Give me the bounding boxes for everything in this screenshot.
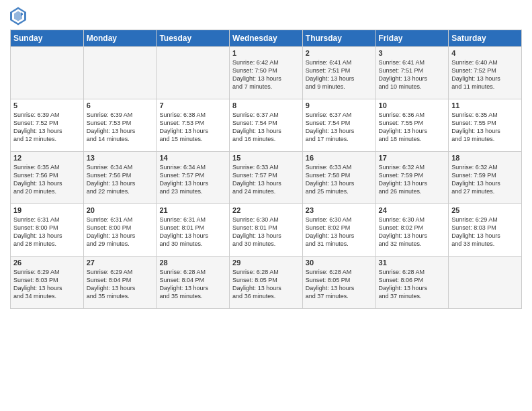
cell-info: Sunrise: 6:31 AM Sunset: 8:01 PM Dayligh… <box>159 216 226 248</box>
header-cell-tuesday: Tuesday <box>157 30 230 47</box>
calendar-cell: 6Sunrise: 6:39 AM Sunset: 7:53 PM Daylig… <box>83 99 157 152</box>
calendar-cell: 25Sunrise: 6:29 AM Sunset: 8:03 PM Dayli… <box>449 204 522 257</box>
calendar-cell: 17Sunrise: 6:32 AM Sunset: 7:59 PM Dayli… <box>375 152 449 204</box>
cell-info: Sunrise: 6:30 AM Sunset: 8:01 PM Dayligh… <box>232 216 300 248</box>
cell-info: Sunrise: 6:34 AM Sunset: 7:57 PM Dayligh… <box>159 163 226 196</box>
calendar-table: SundayMondayTuesdayWednesdayThursdayFrid… <box>10 30 522 309</box>
calendar-cell <box>11 47 84 99</box>
cell-info: Sunrise: 6:30 AM Sunset: 8:02 PM Dayligh… <box>306 216 373 248</box>
cell-info: Sunrise: 6:35 AM Sunset: 7:55 PM Dayligh… <box>451 111 519 144</box>
day-number: 21 <box>159 206 226 214</box>
calendar-cell: 27Sunrise: 6:29 AM Sunset: 8:04 PM Dayli… <box>83 257 157 309</box>
calendar-cell: 22Sunrise: 6:30 AM Sunset: 8:01 PM Dayli… <box>230 204 303 257</box>
day-number: 6 <box>87 101 154 109</box>
logo-icon <box>10 7 26 26</box>
calendar-cell: 4Sunrise: 6:40 AM Sunset: 7:52 PM Daylig… <box>449 47 522 99</box>
header-cell-wednesday: Wednesday <box>230 30 303 47</box>
day-number: 25 <box>451 206 519 214</box>
cell-info: Sunrise: 6:28 AM Sunset: 8:05 PM Dayligh… <box>232 268 300 301</box>
cell-info: Sunrise: 6:28 AM Sunset: 8:04 PM Dayligh… <box>159 268 226 301</box>
calendar-cell: 26Sunrise: 6:29 AM Sunset: 8:03 PM Dayli… <box>11 257 84 309</box>
day-number: 15 <box>232 154 300 162</box>
calendar-cell <box>157 47 230 99</box>
cell-info: Sunrise: 6:39 AM Sunset: 7:52 PM Dayligh… <box>13 111 81 144</box>
day-number: 9 <box>306 101 373 109</box>
cell-info: Sunrise: 6:30 AM Sunset: 8:02 PM Dayligh… <box>379 216 446 248</box>
day-number: 2 <box>306 49 373 57</box>
header-cell-friday: Friday <box>375 30 449 47</box>
cell-info: Sunrise: 6:29 AM Sunset: 8:03 PM Dayligh… <box>451 216 519 248</box>
calendar-cell: 23Sunrise: 6:30 AM Sunset: 8:02 PM Dayli… <box>302 204 375 257</box>
day-number: 10 <box>379 101 446 109</box>
calendar-cell: 1Sunrise: 6:42 AM Sunset: 7:50 PM Daylig… <box>230 47 303 99</box>
day-number: 5 <box>13 101 81 109</box>
day-number: 16 <box>306 154 373 162</box>
cell-info: Sunrise: 6:39 AM Sunset: 7:53 PM Dayligh… <box>87 111 154 144</box>
calendar-cell: 15Sunrise: 6:33 AM Sunset: 7:57 PM Dayli… <box>230 152 303 204</box>
calendar-cell: 2Sunrise: 6:41 AM Sunset: 7:51 PM Daylig… <box>302 47 375 99</box>
cell-info: Sunrise: 6:35 AM Sunset: 7:56 PM Dayligh… <box>13 163 81 196</box>
cell-info: Sunrise: 6:37 AM Sunset: 7:54 PM Dayligh… <box>306 111 373 144</box>
header-cell-monday: Monday <box>83 30 157 47</box>
calendar-cell: 29Sunrise: 6:28 AM Sunset: 8:05 PM Dayli… <box>230 257 303 309</box>
calendar-cell <box>449 257 522 309</box>
header-cell-sunday: Sunday <box>11 30 84 47</box>
calendar-cell: 11Sunrise: 6:35 AM Sunset: 7:55 PM Dayli… <box>449 99 522 152</box>
day-number: 1 <box>232 49 300 57</box>
cell-info: Sunrise: 6:29 AM Sunset: 8:04 PM Dayligh… <box>87 268 154 301</box>
week-row-3: 12Sunrise: 6:35 AM Sunset: 7:56 PM Dayli… <box>11 152 522 204</box>
day-number: 18 <box>451 154 519 162</box>
day-number: 8 <box>232 101 300 109</box>
day-number: 11 <box>451 101 519 109</box>
day-number: 29 <box>232 259 300 267</box>
calendar-cell: 12Sunrise: 6:35 AM Sunset: 7:56 PM Dayli… <box>11 152 84 204</box>
day-number: 4 <box>451 49 519 57</box>
cell-info: Sunrise: 6:40 AM Sunset: 7:52 PM Dayligh… <box>451 58 519 91</box>
calendar-page: SundayMondayTuesdayWednesdayThursdayFrid… <box>0 0 532 411</box>
week-row-2: 5Sunrise: 6:39 AM Sunset: 7:52 PM Daylig… <box>11 99 522 152</box>
week-row-4: 19Sunrise: 6:31 AM Sunset: 8:00 PM Dayli… <box>11 204 522 257</box>
day-number: 17 <box>379 154 446 162</box>
day-number: 30 <box>306 259 373 267</box>
day-number: 22 <box>232 206 300 214</box>
day-number: 20 <box>87 206 154 214</box>
cell-info: Sunrise: 6:34 AM Sunset: 7:56 PM Dayligh… <box>87 163 154 196</box>
calendar-cell: 9Sunrise: 6:37 AM Sunset: 7:54 PM Daylig… <box>302 99 375 152</box>
week-row-1: 1Sunrise: 6:42 AM Sunset: 7:50 PM Daylig… <box>11 47 522 99</box>
day-number: 3 <box>379 49 446 57</box>
cell-info: Sunrise: 6:29 AM Sunset: 8:03 PM Dayligh… <box>13 268 81 301</box>
calendar-cell: 31Sunrise: 6:28 AM Sunset: 8:06 PM Dayli… <box>375 257 449 309</box>
calendar-cell: 13Sunrise: 6:34 AM Sunset: 7:56 PM Dayli… <box>83 152 157 204</box>
day-number: 26 <box>13 259 81 267</box>
calendar-cell: 3Sunrise: 6:41 AM Sunset: 7:51 PM Daylig… <box>375 47 449 99</box>
calendar-cell: 5Sunrise: 6:39 AM Sunset: 7:52 PM Daylig… <box>11 99 84 152</box>
cell-info: Sunrise: 6:32 AM Sunset: 7:59 PM Dayligh… <box>379 163 446 196</box>
day-number: 12 <box>13 154 81 162</box>
calendar-cell: 14Sunrise: 6:34 AM Sunset: 7:57 PM Dayli… <box>157 152 230 204</box>
calendar-cell: 7Sunrise: 6:38 AM Sunset: 7:53 PM Daylig… <box>157 99 230 152</box>
cell-info: Sunrise: 6:36 AM Sunset: 7:55 PM Dayligh… <box>379 111 446 144</box>
cell-info: Sunrise: 6:28 AM Sunset: 8:06 PM Dayligh… <box>379 268 446 301</box>
cell-info: Sunrise: 6:41 AM Sunset: 7:51 PM Dayligh… <box>306 58 373 91</box>
calendar-cell: 24Sunrise: 6:30 AM Sunset: 8:02 PM Dayli… <box>375 204 449 257</box>
calendar-cell: 28Sunrise: 6:28 AM Sunset: 8:04 PM Dayli… <box>157 257 230 309</box>
day-number: 31 <box>379 259 446 267</box>
header-cell-thursday: Thursday <box>302 30 375 47</box>
cell-info: Sunrise: 6:38 AM Sunset: 7:53 PM Dayligh… <box>159 111 226 144</box>
cell-info: Sunrise: 6:33 AM Sunset: 7:57 PM Dayligh… <box>232 163 300 196</box>
day-number: 14 <box>159 154 226 162</box>
cell-info: Sunrise: 6:31 AM Sunset: 8:00 PM Dayligh… <box>13 216 81 248</box>
day-number: 27 <box>87 259 154 267</box>
header <box>10 7 522 26</box>
logo <box>10 7 29 26</box>
calendar-cell: 8Sunrise: 6:37 AM Sunset: 7:54 PM Daylig… <box>230 99 303 152</box>
calendar-cell: 18Sunrise: 6:32 AM Sunset: 7:59 PM Dayli… <box>449 152 522 204</box>
calendar-cell: 30Sunrise: 6:28 AM Sunset: 8:05 PM Dayli… <box>302 257 375 309</box>
calendar-cell: 16Sunrise: 6:33 AM Sunset: 7:58 PM Dayli… <box>302 152 375 204</box>
header-row: SundayMondayTuesdayWednesdayThursdayFrid… <box>11 30 522 47</box>
day-number: 13 <box>87 154 154 162</box>
cell-info: Sunrise: 6:32 AM Sunset: 7:59 PM Dayligh… <box>451 163 519 196</box>
day-number: 23 <box>306 206 373 214</box>
day-number: 24 <box>379 206 446 214</box>
cell-info: Sunrise: 6:31 AM Sunset: 8:00 PM Dayligh… <box>87 216 154 248</box>
